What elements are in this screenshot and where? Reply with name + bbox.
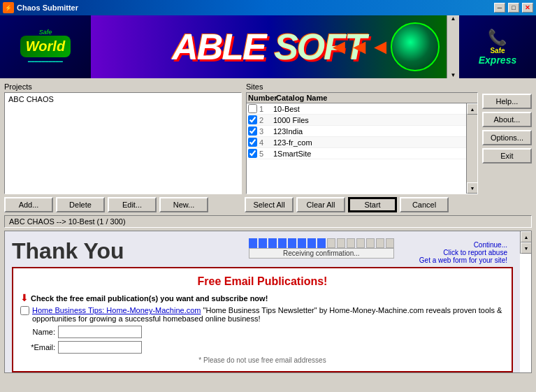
- restore-button[interactable]: □: [508, 3, 519, 13]
- thank-you-text: Thank You: [12, 238, 124, 264]
- preview-content: Thank You Receiving confirmation... Cont…: [5, 231, 520, 372]
- start-button[interactable]: Start: [348, 197, 397, 212]
- site-checkbox-1[interactable]: [248, 104, 257, 113]
- cancel-button[interactable]: Cancel: [400, 197, 449, 212]
- pubs-subtitle: Check the free email publication(s) you …: [31, 294, 268, 303]
- site-num-3: 3: [259, 127, 273, 136]
- projects-listbox[interactable]: ABC CHAOS: [4, 92, 242, 194]
- close-button[interactable]: ✕: [522, 3, 533, 13]
- table-row: 5 1SmartSite: [247, 148, 466, 159]
- progress-block: [307, 238, 316, 248]
- progress-block: [337, 238, 345, 248]
- safe-world-top: Safe: [20, 29, 71, 36]
- sites-scrollbar: ▲ ▼: [466, 103, 477, 194]
- preview-scroll-down[interactable]: ▼: [521, 242, 532, 254]
- globe-graphic: [391, 22, 440, 71]
- table-row: 3 123India: [247, 126, 466, 137]
- col-number-header: Number: [248, 94, 276, 102]
- pub-checkbox[interactable]: [20, 306, 29, 315]
- free-pubs-title: Free Email Publications!: [20, 275, 505, 288]
- site-num-2: 2: [259, 116, 273, 124]
- continue-link[interactable]: Continue...: [419, 241, 507, 249]
- options-button[interactable]: Options...: [482, 130, 532, 145]
- window-title: Chaos Submitter: [17, 3, 491, 12]
- web-form-link[interactable]: Get a web form for your site!: [419, 256, 507, 264]
- arrow-graphic: ◄◄◄: [328, 35, 391, 59]
- progress-block: [327, 238, 335, 248]
- projects-label: Projects: [4, 82, 242, 91]
- help-button[interactable]: Help...: [482, 94, 532, 109]
- site-num-5: 5: [259, 150, 273, 158]
- clear-all-button[interactable]: Clear All: [296, 197, 345, 212]
- project-item[interactable]: ABC CHAOS: [6, 94, 240, 104]
- sites-body: 1 10-Best 2 1000 Files 3 123India: [247, 103, 466, 194]
- site-num-4: 4: [259, 138, 273, 147]
- banner: Safe World ━━━━━━━━━━ ABLE SOFT ◄◄◄ ▲ ▼ …: [0, 15, 536, 78]
- new-button[interactable]: New...: [159, 197, 208, 212]
- name-row: Name:: [20, 326, 505, 338]
- sites-table: Number Catalog Name 1 10-Best 2 1000: [246, 92, 478, 194]
- main-area: Projects ABC CHAOS Sites Number Catalog …: [0, 78, 536, 377]
- web-content: Free Email Publications! ⬇ Check the fre…: [12, 267, 513, 372]
- site-checkbox-3[interactable]: [248, 126, 257, 136]
- note-text: * Please do not use free email addresses: [20, 356, 505, 364]
- sites-scroll-up[interactable]: ▲: [467, 103, 477, 115]
- continue-links: Continue... Click to report abuse Get a …: [414, 238, 513, 267]
- delete-button[interactable]: Delete: [56, 197, 105, 212]
- able-soft-banner: ABLE SOFT ◄◄◄: [91, 15, 447, 78]
- site-name-5: 1SmartSite: [273, 150, 465, 158]
- progress-block: [356, 238, 365, 248]
- banner-down-btn[interactable]: ▼: [451, 72, 456, 78]
- preview-area: Thank You Receiving confirmation... Cont…: [4, 231, 532, 373]
- progress-block: [259, 238, 267, 248]
- sites-scroll-down[interactable]: ▼: [467, 182, 477, 194]
- preview-scroll-up[interactable]: ▲: [521, 231, 532, 242]
- email-input[interactable]: [58, 341, 142, 354]
- about-button[interactable]: About...: [482, 112, 532, 127]
- site-checkbox-5[interactable]: [248, 149, 257, 158]
- progress-block: [298, 238, 306, 248]
- sites-scroll-thumb: [467, 115, 477, 182]
- site-action-buttons: Select All Clear All Start Cancel: [245, 197, 532, 212]
- report-abuse-link[interactable]: Click to report abuse: [419, 249, 507, 256]
- edit-button[interactable]: Edit...: [108, 197, 157, 212]
- progress-label: Receiving confirmation...: [249, 248, 394, 259]
- panels-row: Projects ABC CHAOS Sites Number Catalog …: [4, 82, 532, 194]
- progress-block: [288, 238, 296, 248]
- sites-inner: 1 10-Best 2 1000 Files 3 123India: [247, 103, 477, 194]
- thank-you-bar: Thank You Receiving confirmation... Cont…: [5, 231, 520, 267]
- progress-blocks: [249, 238, 394, 248]
- progress-block: [268, 238, 277, 248]
- safe-express-line1: Safe: [479, 47, 516, 55]
- site-checkbox-2[interactable]: [248, 115, 257, 124]
- project-buttons: Add... Delete Edit... New...: [4, 197, 242, 212]
- progress-block: [376, 238, 384, 248]
- site-name-2: 1000 Files: [273, 116, 465, 124]
- help-panel: Help... About... Options... Exit: [482, 82, 532, 194]
- progress-block: [366, 238, 375, 248]
- buttons-row: Add... Delete Edit... New... Select All …: [4, 197, 532, 212]
- phone-icon: 📞: [479, 29, 516, 47]
- add-button[interactable]: Add...: [4, 197, 53, 212]
- select-all-button[interactable]: Select All: [245, 197, 294, 212]
- safe-express-logo: 📞 Safe Express: [459, 15, 536, 78]
- pub-link[interactable]: Home Business Tips: Home-Money-Machine.c…: [32, 306, 201, 314]
- preview-scrollbar: ▲ ▼: [520, 231, 531, 254]
- site-name-1: 10-Best: [273, 105, 465, 113]
- name-label: Name:: [20, 328, 55, 336]
- progress-area: Receiving confirmation...: [249, 238, 394, 259]
- email-label: *Email:: [20, 343, 55, 351]
- exit-button[interactable]: Exit: [482, 148, 532, 164]
- site-checkbox-4[interactable]: [248, 138, 257, 147]
- app-icon: ⚡: [3, 2, 14, 13]
- table-row: 1 10-Best: [247, 103, 466, 115]
- banner-up-btn[interactable]: ▲: [451, 15, 456, 22]
- sites-header: Number Catalog Name: [247, 93, 477, 103]
- minimize-button[interactable]: ─: [494, 3, 505, 13]
- site-num-1: 1: [259, 105, 273, 113]
- email-row: *Email:: [20, 341, 505, 354]
- site-name-4: 123-fr_com: [273, 138, 465, 147]
- table-row: 2 1000 Files: [247, 115, 466, 126]
- name-input[interactable]: [58, 326, 142, 338]
- sites-panel: Sites Number Catalog Name 1 10-Best: [246, 82, 478, 194]
